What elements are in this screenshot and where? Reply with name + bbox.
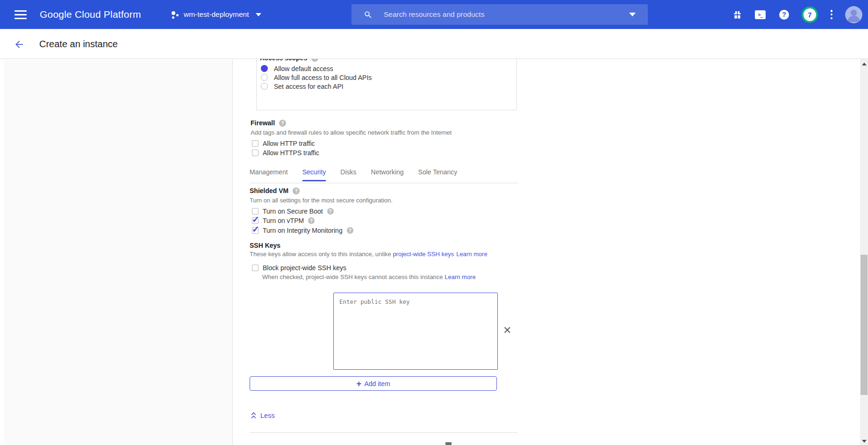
vertical-scrollbar[interactable] xyxy=(860,59,868,445)
tab-security[interactable]: Security xyxy=(302,168,326,181)
notification-badge[interactable]: 7 xyxy=(802,7,818,23)
less-toggle[interactable]: Less xyxy=(251,411,275,419)
clipped-content-fragment xyxy=(445,442,452,445)
page-title: Create an instance xyxy=(39,29,118,59)
tabs-divider xyxy=(250,183,517,183)
search-icon xyxy=(364,10,373,19)
form-content: Access scopes ? Allow default access All… xyxy=(0,0,868,445)
section-divider xyxy=(250,432,517,433)
checkbox-block-project-wide-ssh-keys[interactable]: Block project-wide SSH keys xyxy=(252,264,346,272)
checkbox-icon[interactable] xyxy=(252,208,258,215)
help-circle-icon[interactable]: ? xyxy=(293,187,300,194)
tab-disks[interactable]: Disks xyxy=(340,168,356,181)
scroll-thumb[interactable] xyxy=(861,255,868,395)
checkbox-icon[interactable] xyxy=(252,265,258,271)
ssh-key-input[interactable] xyxy=(333,293,498,370)
checkbox-vtpm[interactable]: ✓ Turn on vTPM ? xyxy=(252,217,315,224)
help-circle-icon[interactable]: ? xyxy=(347,227,353,234)
project-name: wm-test-deployment xyxy=(184,10,249,19)
gift-icon[interactable] xyxy=(732,10,742,20)
firewall-label: Firewall xyxy=(251,119,275,127)
settings-tabs: Management Security Disks Networking Sol… xyxy=(250,168,472,181)
help-icon[interactable]: ? xyxy=(779,10,789,20)
avatar[interactable] xyxy=(845,6,862,23)
checkbox-allow-http[interactable]: Allow HTTP traffic xyxy=(252,140,315,147)
checkbox-icon[interactable] xyxy=(252,140,258,147)
help-circle-icon[interactable]: ? xyxy=(327,208,334,215)
brand-logo[interactable]: Google Cloud Platform xyxy=(40,0,141,29)
ssh-keys-description: These keys allow access only to this ins… xyxy=(250,251,488,258)
back-arrow-icon[interactable] xyxy=(14,39,25,50)
project-selector[interactable]: wm-test-deployment xyxy=(171,0,261,29)
checkbox-integrity-monitoring[interactable]: ✓ Turn on Integrity Monitoring ? xyxy=(252,227,353,234)
topbar: Google Cloud Platform wm-test-deployment… xyxy=(0,0,868,29)
radio-allow-default-access[interactable]: Allow default access xyxy=(261,64,333,73)
page-header: Create an instance xyxy=(0,29,868,59)
project-wide-ssh-keys-link[interactable]: project-wide SSH keys xyxy=(393,251,454,258)
learn-more-link[interactable]: Learn more xyxy=(456,251,487,258)
checkbox-secure-boot[interactable]: Turn on Secure Boot ? xyxy=(252,208,334,215)
chevrons-up-icon xyxy=(251,411,257,419)
help-circle-icon[interactable]: ? xyxy=(308,217,315,224)
tab-networking[interactable]: Networking xyxy=(371,168,404,181)
search-dropdown-icon[interactable] xyxy=(629,13,636,16)
menu-icon[interactable] xyxy=(14,10,27,19)
scroll-up-arrow[interactable] xyxy=(860,60,868,68)
help-circle-icon[interactable]: ? xyxy=(279,120,286,127)
search-input[interactable] xyxy=(384,10,629,19)
add-item-button[interactable]: + Add item xyxy=(250,376,497,391)
checkbox-icon[interactable] xyxy=(252,150,258,156)
plus-icon: + xyxy=(356,379,361,388)
project-icon xyxy=(171,10,179,19)
tab-management[interactable]: Management xyxy=(250,168,288,181)
checkbox-checked-icon[interactable]: ✓ xyxy=(252,217,258,224)
radio-allow-full-access[interactable]: Allow full access to all Cloud APIs xyxy=(261,73,372,82)
shielded-vm-label: Shielded VM xyxy=(250,187,288,194)
checkbox-checked-icon[interactable]: ✓ xyxy=(252,227,258,234)
chevron-down-icon xyxy=(256,13,261,16)
radio-icon[interactable] xyxy=(261,74,268,81)
tab-sole-tenancy[interactable]: Sole Tenancy xyxy=(418,168,458,181)
shielded-vm-description: Turn on all settings for the most secure… xyxy=(250,197,393,204)
cloud-shell-icon[interactable]: >_ xyxy=(755,10,766,19)
remove-ssh-key-icon[interactable]: ✕ xyxy=(503,325,511,336)
ssh-keys-label: SSH Keys xyxy=(250,242,280,249)
checkbox-allow-https[interactable]: Allow HTTPS traffic xyxy=(252,149,319,157)
radio-selected-icon[interactable] xyxy=(261,65,268,72)
scroll-down-arrow[interactable] xyxy=(860,437,868,445)
radio-set-access-each-api[interactable]: Set access for each API xyxy=(261,82,344,91)
search-bar[interactable] xyxy=(352,4,648,25)
learn-more-link[interactable]: Learn more xyxy=(445,273,475,280)
topbar-actions: >_ ? 7 xyxy=(732,0,862,29)
block-ssh-description: When checked, project-wide SSH keys cann… xyxy=(262,273,476,280)
radio-icon[interactable] xyxy=(261,83,268,90)
more-vert-icon[interactable] xyxy=(828,10,835,19)
firewall-description: Add tags and firewall rules to allow spe… xyxy=(251,129,452,136)
